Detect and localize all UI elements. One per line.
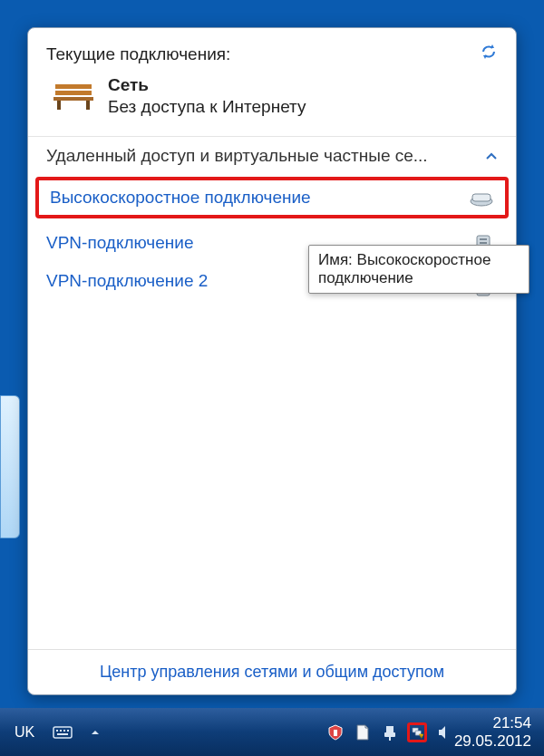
network-name: Сеть <box>108 74 306 96</box>
connection-label: VPN-подключение <box>46 233 194 253</box>
svg-rect-28 <box>421 737 422 738</box>
svg-rect-9 <box>480 242 487 244</box>
svg-rect-18 <box>57 733 68 735</box>
svg-rect-6 <box>472 194 491 201</box>
connection-item-broadband[interactable]: Высокоскоростное подключение <box>35 177 509 218</box>
svg-rect-17 <box>67 730 69 732</box>
refresh-icon[interactable] <box>480 43 498 65</box>
svg-rect-21 <box>390 726 393 732</box>
clock-time: 21:54 <box>454 714 531 732</box>
action-center-icon[interactable] <box>353 722 373 742</box>
park-bench-icon <box>52 81 95 111</box>
dialup-vpn-section-header[interactable]: Удаленный доступ и виртуальные частные с… <box>28 137 516 175</box>
power-icon[interactable] <box>380 722 400 742</box>
active-network-block[interactable]: Сеть Без доступа к Интернету <box>46 74 498 118</box>
show-hidden-icons[interactable] <box>85 722 105 742</box>
svg-rect-16 <box>63 730 65 732</box>
connection-label: Высокоскоростное подключение <box>50 188 311 208</box>
section-title: Удаленный доступ и виртуальные частные с… <box>46 146 428 166</box>
svg-rect-14 <box>56 730 58 732</box>
taskbar: UK 21:54 <box>0 708 544 756</box>
svg-rect-13 <box>53 727 72 738</box>
network-status: Без доступа к Интернету <box>108 96 306 118</box>
svg-rect-27 <box>421 735 422 737</box>
chevron-up-icon <box>485 149 498 163</box>
current-connections-title: Текущие подключения: <box>46 44 230 64</box>
language-indicator[interactable]: UK <box>9 722 40 742</box>
svg-rect-20 <box>386 726 390 732</box>
clock-date: 29.05.2012 <box>454 732 531 751</box>
svg-rect-22 <box>384 732 395 737</box>
svg-rect-4 <box>53 97 93 101</box>
tooltip-text: Имя: Высокоскоростное подключение <box>318 251 491 286</box>
background-window-edge <box>0 395 20 538</box>
network-sharing-center-link[interactable]: Центр управления сетями и общим доступом <box>100 663 444 681</box>
network-flyout: Текущие подключения: <box>27 27 517 695</box>
svg-rect-0 <box>55 84 92 89</box>
svg-rect-15 <box>60 730 62 732</box>
svg-rect-8 <box>480 238 487 240</box>
network-tray-icon[interactable] <box>407 722 427 742</box>
keyboard-icon[interactable] <box>53 722 73 742</box>
modem-icon <box>469 189 494 207</box>
svg-rect-19 <box>334 730 337 736</box>
svg-rect-1 <box>55 91 92 95</box>
flyout-footer: Центр управления сетями и общим доступом <box>28 649 516 694</box>
svg-rect-23 <box>389 737 391 741</box>
clock[interactable]: 21:54 29.05.2012 <box>454 714 535 750</box>
security-shield-icon[interactable] <box>325 722 345 742</box>
connection-tooltip: Имя: Высокоскоростное подключение <box>308 245 529 294</box>
connection-label: VPN-подключение 2 <box>46 271 208 291</box>
flyout-header: Текущие подключения: <box>28 28 516 131</box>
volume-icon[interactable] <box>434 722 454 742</box>
